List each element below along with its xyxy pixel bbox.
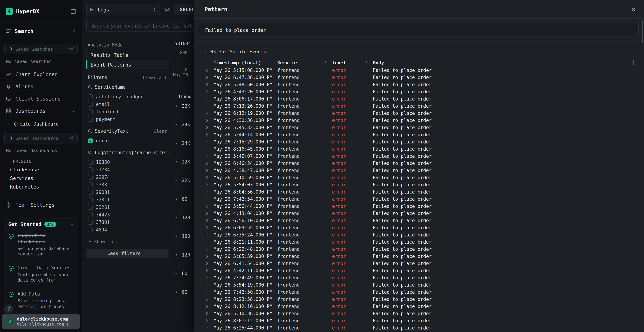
filter-option-email[interactable]: email: [86, 100, 168, 108]
filter-option-2333[interactable]: 2333: [86, 181, 168, 188]
create-dashboard-button[interactable]: Create Dashboard: [0, 119, 82, 128]
chevron-up-icon[interactable]: [72, 29, 76, 33]
checkbox[interactable]: [88, 220, 93, 225]
sidebar-item-chart-explorer[interactable]: Chart Explorer: [0, 68, 82, 80]
checkbox[interactable]: [88, 102, 93, 106]
event-row[interactable]: May 26 6:41:54.000 PMfrontenderrorFailed…: [205, 260, 635, 267]
checkbox[interactable]: [88, 212, 93, 217]
clear-all-filters-link[interactable]: Clear all: [143, 75, 167, 80]
row-expand-icon[interactable]: [205, 218, 209, 222]
event-row[interactable]: May 26 5:54:19.000 PMfrontenderrorFailed…: [205, 281, 635, 288]
presets-toggle[interactable]: PRESETS: [6, 159, 82, 164]
collapse-sidebar-icon[interactable]: [70, 8, 76, 14]
event-row[interactable]: May 26 5:48:50.000 PMfrontenderrorFailed…: [205, 81, 635, 88]
event-row[interactable]: May 26 7:15:29.000 PMfrontenderrorFailed…: [205, 138, 635, 145]
filter-option-22974[interactable]: 22974: [86, 174, 168, 181]
checkbox[interactable]: [88, 168, 93, 172]
filter-option-payment[interactable]: payment: [86, 116, 168, 123]
row-expand-icon[interactable]: [205, 104, 209, 108]
checkbox[interactable]: [88, 138, 93, 143]
checkbox[interactable]: [88, 94, 93, 99]
filter-option-19350[interactable]: 19350: [86, 158, 168, 166]
filter-option-32311[interactable]: 32311: [86, 196, 168, 204]
filter-option-error[interactable]: error: [86, 137, 168, 144]
event-row[interactable]: May 26 8:06:17.000 PMfrontenderrorFailed…: [205, 95, 635, 102]
event-row[interactable]: May 26 4:38:47.000 PMfrontenderrorFailed…: [205, 167, 635, 174]
event-row[interactable]: May 26 6:47:36.000 PMfrontenderrorFailed…: [205, 74, 635, 81]
row-expand-icon[interactable]: [205, 247, 209, 251]
analysis-mode-option-results-table[interactable]: Results Table: [86, 50, 168, 60]
event-row[interactable]: May 26 7:42:54.000 PMfrontenderrorFailed…: [205, 195, 635, 202]
event-row[interactable]: May 26 6:46:24.000 PMfrontenderrorFailed…: [205, 160, 635, 167]
event-row[interactable]: May 26 8:16:45.000 PMfrontenderrorFailed…: [205, 145, 635, 152]
row-expand-icon[interactable]: [205, 297, 209, 301]
filter-option-frontend[interactable]: frontend: [86, 108, 168, 116]
filter-option-33261[interactable]: 33261: [86, 204, 168, 211]
event-row[interactable]: May 26 6:35:24.000 PMfrontenderrorFailed…: [205, 231, 635, 238]
column-separator[interactable]: ⋮: [324, 60, 328, 65]
column-header-body[interactable]: Body: [373, 60, 635, 65]
event-row[interactable]: May 26 6:12:19.000 PMfrontenderrorFailed…: [205, 110, 635, 117]
row-expand-icon[interactable]: [205, 312, 209, 315]
event-row[interactable]: May 26 5:45:32.000 PMfrontenderrorFailed…: [205, 124, 635, 131]
preset-item-clickhouse[interactable]: ClickHouse: [0, 165, 82, 174]
event-row[interactable]: May 26 4:42:11.000 PMfrontenderrorFailed…: [205, 267, 635, 274]
checkbox[interactable]: [88, 228, 93, 232]
checkbox[interactable]: [88, 198, 93, 202]
row-expand-icon[interactable]: [205, 283, 209, 287]
row-expand-icon[interactable]: [205, 183, 209, 186]
preset-item-services[interactable]: Services: [0, 174, 82, 182]
help-button[interactable]: ?: [4, 304, 13, 314]
row-expand-icon[interactable]: [205, 111, 209, 115]
filter-option-37801[interactable]: 37801: [86, 218, 168, 226]
filter-option-4894[interactable]: 4894: [86, 226, 168, 234]
row-expand-icon[interactable]: [205, 126, 209, 129]
column-header-level[interactable]: level⋮: [332, 60, 373, 65]
row-expand-icon[interactable]: [205, 176, 209, 180]
checkbox[interactable]: [88, 205, 93, 210]
event-row[interactable]: May 26 8:12:10.000 PMfrontenderrorFailed…: [205, 303, 635, 310]
filter-option-34423[interactable]: 34423: [86, 211, 168, 218]
checkbox[interactable]: [88, 190, 93, 194]
row-expand-icon[interactable]: [205, 254, 209, 258]
row-expand-icon[interactable]: [205, 261, 209, 265]
row-expand-icon[interactable]: [205, 304, 209, 308]
column-header-timestamp-local[interactable]: Timestamp (Local)⋮: [214, 60, 277, 65]
event-row[interactable]: May 26 8:04:56.000 PMfrontenderrorFailed…: [205, 188, 635, 195]
row-expand-icon[interactable]: [205, 161, 209, 165]
column-header-service[interactable]: Service⋮: [277, 60, 332, 65]
filter-option-artillery-loadgen[interactable]: artillery-loadgen: [86, 93, 168, 100]
event-row[interactable]: May 26 7:42:50.000 PMfrontenderrorFailed…: [205, 288, 635, 296]
event-row[interactable]: May 26 4:43:20.000 PMfrontenderrorFailed…: [205, 88, 635, 95]
event-row[interactable]: May 26 5:10:59.000 PMfrontenderrorFailed…: [205, 174, 635, 181]
event-row[interactable]: May 26 6:29:48.000 PMfrontenderrorFailed…: [205, 246, 635, 252]
event-row[interactable]: May 26 5:15:08.000 PMfrontenderrorFailed…: [205, 66, 635, 74]
event-row[interactable]: May 26 5:49:07.000 PMfrontenderrorFailed…: [205, 152, 635, 160]
event-row[interactable]: May 26 7:13:26.000 PMfrontenderrorFailed…: [205, 102, 635, 110]
row-expand-icon[interactable]: [205, 90, 209, 94]
row-expand-icon[interactable]: [205, 326, 209, 330]
row-expand-icon[interactable]: [205, 75, 209, 79]
event-row[interactable]: May 26 6:09:55.000 PMfrontenderrorFailed…: [205, 224, 635, 231]
table-menu-icon[interactable]: [631, 60, 636, 65]
checkbox[interactable]: [88, 160, 93, 164]
event-row[interactable]: May 26 8:21:11.000 PMfrontenderrorFailed…: [205, 238, 635, 246]
event-row[interactable]: May 26 8:01:12.000 PMfrontenderrorFailed…: [205, 317, 635, 324]
scrollbar-thumb[interactable]: [642, 20, 643, 43]
column-separator[interactable]: ⋮: [364, 60, 368, 65]
chevron-up-icon[interactable]: [70, 222, 74, 226]
less-filters-button[interactable]: Less filters: [86, 249, 168, 258]
row-expand-icon[interactable]: [205, 118, 209, 122]
get-started-header[interactable]: Get Started 3/3: [8, 222, 74, 227]
source-select[interactable]: Logs: [86, 4, 160, 15]
row-expand-icon[interactable]: [205, 268, 209, 272]
event-row[interactable]: May 26 6:25:44.000 PMfrontenderrorFailed…: [205, 324, 635, 331]
row-expand-icon[interactable]: [205, 168, 209, 172]
event-row[interactable]: May 26 8:23:58.000 PMfrontenderrorFailed…: [205, 296, 635, 303]
sidebar-item-team-settings[interactable]: Team Settings: [0, 199, 82, 211]
checkbox[interactable]: [88, 175, 93, 180]
row-expand-icon[interactable]: [205, 318, 209, 322]
event-row[interactable]: May 26 4:30:36.000 PMfrontenderrorFailed…: [205, 117, 635, 124]
row-expand-icon[interactable]: [205, 276, 209, 280]
sidebar-section-search[interactable]: Search: [0, 23, 82, 39]
